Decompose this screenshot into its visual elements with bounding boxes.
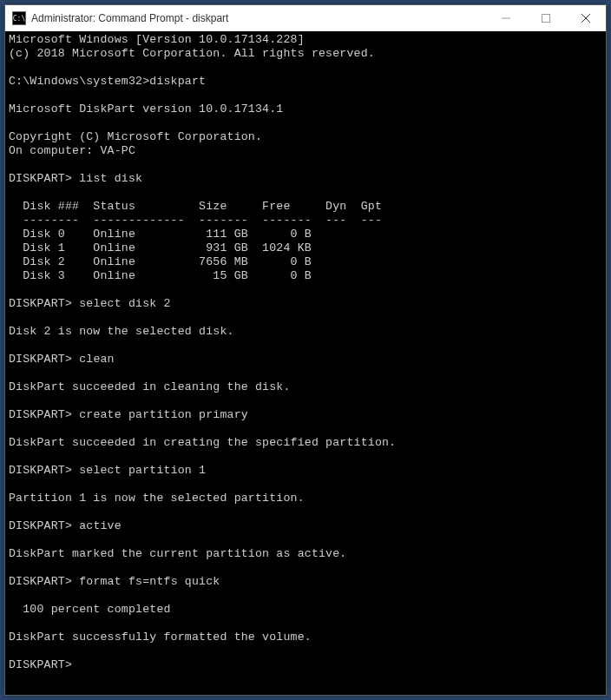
disk-table-divider: -------- ------------- ------- ------- -…: [9, 214, 382, 227]
cmd-icon: C:\: [12, 11, 26, 25]
cmd-clean: clean: [79, 353, 115, 366]
diskpart-prompt: DISKPART>: [9, 464, 72, 477]
cmd-select-partition: select partition 1: [79, 464, 206, 477]
maximize-button[interactable]: [526, 5, 566, 31]
shell-command: diskpart: [149, 75, 206, 88]
window-title: Administrator: Command Prompt - diskpart: [31, 12, 486, 24]
cmd-format: format fs=ntfs quick: [79, 575, 220, 588]
diskpart-prompt: DISKPART>: [9, 575, 72, 588]
minimize-button[interactable]: [486, 5, 526, 31]
msg-active-ok: DiskPart marked the current partition as…: [9, 547, 346, 560]
disk-table-row: Disk 1 Online 931 GB 1024 KB: [9, 241, 312, 254]
window-controls: [486, 5, 606, 31]
cmd-active: active: [79, 519, 122, 532]
cmd-select-disk: select disk 2: [79, 297, 170, 310]
svg-rect-1: [542, 15, 550, 23]
cmd-list-disk: list disk: [79, 172, 142, 185]
diskpart-copyright: Copyright (C) Microsoft Corporation.: [9, 130, 262, 143]
diskpart-prompt: DISKPART>: [9, 408, 72, 421]
disk-table-header: Disk ### Status Size Free Dyn Gpt: [9, 200, 382, 213]
command-prompt-window: C:\ Administrator: Command Prompt - disk…: [4, 4, 607, 696]
msg-partition-created: DiskPart succeeded in creating the speci…: [9, 436, 396, 449]
copyright-line: (c) 2018 Microsoft Corporation. All righ…: [9, 47, 375, 60]
diskpart-version: Microsoft DiskPart version 10.0.17134.1: [9, 102, 283, 116]
msg-disk-selected: Disk 2 is now the selected disk.: [9, 325, 234, 338]
diskpart-prompt: DISKPART>: [9, 658, 72, 671]
computer-name-line: On computer: VA-PC: [9, 144, 135, 157]
diskpart-prompt: DISKPART>: [9, 172, 72, 185]
titlebar[interactable]: C:\ Administrator: Command Prompt - disk…: [5, 5, 606, 31]
diskpart-prompt: DISKPART>: [9, 297, 72, 310]
cmd-create-partition: create partition primary: [79, 408, 248, 421]
terminal-output[interactable]: Microsoft Windows [Version 10.0.17134.22…: [5, 31, 606, 695]
msg-format-ok: DiskPart successfully formatted the volu…: [9, 631, 312, 644]
msg-partition-selected: Partition 1 is now the selected partitio…: [9, 492, 305, 505]
shell-prompt: C:\Windows\system32>: [9, 75, 149, 88]
os-version-line: Microsoft Windows [Version 10.0.17134.22…: [9, 33, 305, 46]
msg-clean-ok: DiskPart succeeded in cleaning the disk.: [9, 380, 291, 393]
diskpart-prompt: DISKPART>: [9, 353, 72, 366]
msg-format-progress: 100 percent completed: [9, 603, 171, 616]
close-button[interactable]: [566, 5, 606, 31]
disk-table-row: Disk 0 Online 111 GB 0 B: [9, 228, 312, 241]
disk-table-row: Disk 3 Online 15 GB 0 B: [9, 269, 312, 282]
disk-table-row: Disk 2 Online 7656 MB 0 B: [9, 255, 312, 268]
diskpart-prompt: DISKPART>: [9, 519, 72, 532]
